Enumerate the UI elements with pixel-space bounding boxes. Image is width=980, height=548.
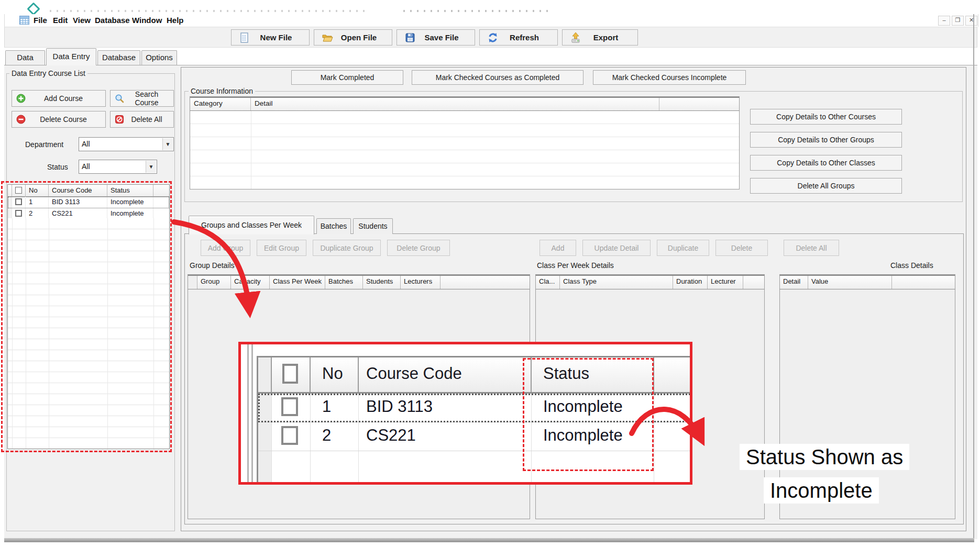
col-status: Status [532, 357, 654, 392]
delete-all-groups-button[interactable]: Delete All Groups [750, 178, 902, 194]
copy-details-courses-button[interactable]: Copy Details to Other Courses [750, 109, 902, 125]
col-class-per-week[interactable]: Class Per Week [270, 276, 325, 289]
group-details-label: Group Details [190, 261, 235, 270]
col-group[interactable]: Group [197, 276, 231, 289]
mark-completed-button[interactable]: Mark Completed [291, 70, 403, 85]
col-extra [743, 276, 764, 289]
cell-extra [153, 208, 169, 219]
tab-options[interactable]: Options [141, 50, 177, 65]
col-extra [654, 357, 692, 392]
status-select[interactable]: All ▼ [79, 160, 157, 174]
delete-course-button[interactable]: Delete Course [12, 111, 106, 128]
col-course-code[interactable]: Course Code [49, 185, 107, 196]
table-row[interactable]: 1 BID 3113 Incomplete [8, 197, 169, 208]
new-file-icon [239, 32, 250, 43]
tab-students[interactable]: Students [353, 218, 393, 234]
delete-all-classes-button[interactable]: Delete All [784, 240, 839, 256]
col-detail[interactable]: Detail [780, 276, 808, 289]
cell [311, 451, 359, 485]
row-checkbox[interactable] [15, 210, 22, 217]
menu-window[interactable]: Window [132, 15, 162, 26]
menu-view[interactable]: View [73, 15, 91, 26]
magnified-panel-line [251, 344, 253, 482]
select-all-checkbox[interactable] [15, 187, 22, 194]
menu-file[interactable]: File [34, 15, 47, 26]
magnified-course-list-callout: No Course Code Status 1 BID 3113 Incompl… [238, 342, 692, 485]
course-information-header: Category Detail [190, 97, 739, 111]
cell-extra [654, 422, 692, 451]
delete-class-button[interactable]: Delete [715, 240, 768, 256]
delete-all-icon [115, 115, 124, 124]
magnified-empty-row [258, 451, 692, 485]
menu-database[interactable]: Database [95, 15, 130, 26]
tab-data[interactable]: Data [5, 50, 45, 65]
tab-data-entry[interactable]: Data Entry [46, 48, 96, 65]
col-value[interactable]: Value [808, 276, 892, 289]
cell-extra [153, 197, 169, 208]
col-lecturer[interactable]: Lecturer [708, 276, 743, 289]
open-file-button[interactable]: Open File [314, 29, 392, 46]
col-batches[interactable]: Batches [325, 276, 363, 289]
refresh-label: Refresh [499, 33, 557, 42]
grid-line [26, 218, 26, 449]
col-no[interactable]: No [26, 185, 49, 196]
department-label: Department [25, 140, 63, 149]
class-per-week-details-label: Class Per Week Details [537, 261, 614, 270]
select-all-checkbox-cell[interactable] [12, 185, 26, 196]
export-button[interactable]: Export [562, 29, 638, 46]
refresh-button[interactable]: Refresh [479, 29, 558, 46]
mark-checked-completed-button[interactable]: Mark Checked Courses as Completed [412, 70, 583, 85]
col-category[interactable]: Category [190, 98, 251, 110]
restore-button[interactable]: ❐ [952, 16, 964, 26]
status-value: All [82, 162, 90, 171]
window-bottom-edge [4, 538, 974, 542]
course-list-header: No Course Code Status [8, 185, 169, 197]
duplicate-class-button[interactable]: Duplicate [657, 240, 709, 256]
cell [532, 451, 654, 485]
minimize-button[interactable]: – [938, 16, 950, 26]
grid-line [49, 218, 49, 449]
delete-group-button[interactable]: Delete Group [387, 240, 450, 256]
mark-checked-incomplete-button[interactable]: Mark Checked Courses Incomplete [593, 70, 746, 85]
tab-batches[interactable]: Batches [316, 218, 351, 234]
department-select[interactable]: All ▼ [79, 137, 174, 151]
copy-details-classes-button[interactable]: Copy Details to Other Classes [750, 155, 902, 171]
row-checkbox[interactable] [15, 198, 22, 205]
class-details-header: Detail Value [780, 275, 955, 289]
row-checkbox-cell[interactable] [12, 208, 26, 219]
chevron-down-icon[interactable]: ▼ [146, 161, 156, 173]
update-detail-button[interactable]: Update Detail [582, 240, 651, 256]
col-students[interactable]: Students [363, 276, 401, 289]
col-duration[interactable]: Duration [673, 276, 708, 289]
tab-groups-classes[interactable]: Groups and Classes Per Week [189, 216, 314, 234]
row-header-cell [258, 394, 272, 422]
empty-row [190, 176, 739, 189]
col-cla[interactable]: Cla... [536, 276, 560, 289]
col-detail[interactable]: Detail [251, 98, 659, 110]
chevron-down-icon[interactable]: ▼ [162, 138, 173, 150]
menu-edit[interactable]: Edit [53, 15, 68, 26]
delete-all-courses-button[interactable]: Delete All [110, 111, 174, 128]
search-course-button[interactable]: Search Course [110, 90, 174, 107]
col-status[interactable]: Status [107, 185, 153, 196]
duplicate-group-button[interactable]: Duplicate Group [313, 240, 381, 256]
menu-help[interactable]: Help [167, 15, 184, 26]
row-checkbox-cell[interactable] [12, 197, 26, 208]
toolbar: New File Open File Save File [4, 27, 977, 48]
new-file-button[interactable]: New File [231, 29, 310, 46]
close-button[interactable]: ✕ [965, 16, 977, 26]
col-capacity[interactable]: Capacity [231, 276, 270, 289]
save-file-button[interactable]: Save File [397, 29, 475, 46]
edit-group-button[interactable]: Edit Group [257, 240, 306, 256]
add-class-button[interactable]: Add [539, 240, 576, 256]
refresh-icon [487, 32, 499, 43]
title-bar [0, 0, 980, 14]
col-lecturers[interactable]: Lecturers [401, 276, 441, 289]
empty-grid-rows [8, 218, 169, 449]
col-class-type[interactable]: Class Type [560, 276, 673, 289]
tab-database[interactable]: Database [97, 50, 140, 65]
add-course-button[interactable]: Add Course [12, 90, 106, 107]
copy-details-groups-button[interactable]: Copy Details to Other Groups [750, 132, 902, 148]
row-checkbox-cell [272, 394, 311, 422]
add-group-button[interactable]: Add Group [201, 240, 250, 256]
